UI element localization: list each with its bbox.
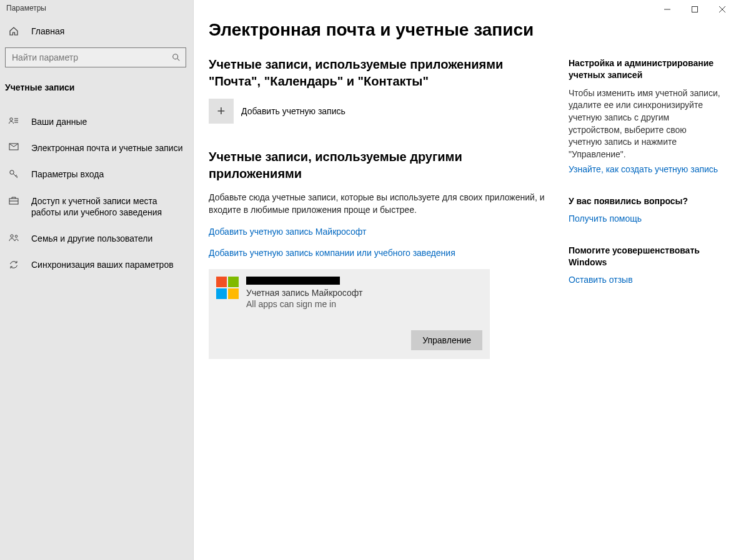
sidebar-item-email-accounts[interactable]: Электронная почта и учетные записи [0, 135, 193, 161]
maximize-button[interactable] [681, 1, 709, 17]
add-account-label: Добавить учетную запись [241, 106, 346, 116]
sidebar: Параметры Главная Учетные записи Ваши да… [0, 0, 194, 560]
person-card-icon [9, 117, 21, 125]
aside-questions-title: У вас появились вопросы? [569, 195, 721, 207]
mail-icon [9, 143, 21, 150]
sidebar-item-label: Доступ к учетной записи места работы или… [31, 195, 184, 218]
sidebar-item-label: Семья и другие пользователи [31, 233, 184, 244]
main-pane: Электронная почта и учетные записи Учетн… [194, 0, 736, 560]
aside-admin-text: Чтобы изменить имя учетной записи, удали… [569, 87, 721, 161]
window-title: Параметры [0, 2, 193, 21]
people-icon [9, 233, 21, 242]
search-box[interactable] [5, 47, 186, 67]
account-card[interactable]: Учетная запись Майкрософт All apps can s… [209, 269, 490, 360]
svg-point-7 [10, 170, 14, 174]
account-name-redacted [246, 277, 340, 285]
section-other-apps-desc: Добавьте сюда учетные записи, которые вы… [209, 191, 559, 217]
aside-feedback-link[interactable]: Оставить отзыв [569, 275, 721, 285]
sidebar-item-work-access[interactable]: Доступ к учетной записи места работы или… [0, 188, 193, 225]
svg-point-0 [173, 54, 178, 59]
nav-home[interactable]: Главная [0, 21, 193, 41]
manage-button[interactable]: Управление [411, 330, 482, 350]
add-ms-account-link[interactable]: Добавить учетную запись Майкрософт [209, 227, 559, 237]
sidebar-item-label: Параметры входа [31, 169, 184, 180]
account-type: Учетная запись Майкрософт [246, 287, 482, 300]
search-input[interactable] [12, 52, 172, 62]
home-icon [9, 26, 21, 36]
sidebar-item-label: Электронная почта и учетные записи [31, 142, 184, 154]
account-status: All apps can sign me in [246, 299, 482, 309]
microsoft-logo-icon [216, 277, 239, 299]
aside-admin-title: Настройка и администрирование учетных за… [569, 57, 721, 81]
sidebar-item-your-info[interactable]: Ваши данные [0, 109, 193, 135]
add-work-account-link[interactable]: Добавить учетную запись компании или уче… [209, 248, 559, 258]
sync-icon [9, 260, 21, 270]
sidebar-section-title: Учетные записи [0, 79, 193, 101]
section-other-apps-title: Учетные записи, используемые другими при… [209, 149, 559, 182]
svg-point-10 [11, 235, 13, 237]
close-button[interactable] [709, 1, 736, 17]
info-sidebar: Настройка и администрирование учетных за… [569, 20, 721, 560]
briefcase-icon [9, 196, 21, 205]
plus-icon: + [209, 99, 234, 124]
search-icon [172, 53, 181, 62]
sidebar-item-label: Ваши данные [31, 116, 184, 127]
nav-home-label: Главная [31, 26, 64, 36]
aside-learn-link[interactable]: Узнайте, как создать учетную запись [569, 164, 721, 174]
svg-line-1 [177, 59, 180, 61]
svg-point-2 [10, 118, 12, 120]
sidebar-item-label: Синхронизация ваших параметров [31, 259, 184, 270]
page-title: Электронная почта и учетные записи [209, 20, 559, 40]
minimize-button[interactable] [654, 1, 681, 17]
section-mail-apps-title: Учетные записи, используемые приложениям… [209, 56, 559, 90]
sidebar-item-sync[interactable]: Синхронизация ваших параметров [0, 252, 193, 278]
svg-rect-13 [692, 7, 698, 12]
window-controls [654, 1, 736, 17]
sidebar-item-signin-options[interactable]: Параметры входа [0, 161, 193, 187]
aside-feedback-title: Помогите усовершенствовать Windows [569, 245, 721, 268]
svg-point-11 [15, 235, 17, 238]
add-account-button[interactable]: + Добавить учетную запись [209, 99, 559, 124]
aside-help-link[interactable]: Получить помощь [569, 214, 721, 224]
sidebar-item-family[interactable]: Семья и другие пользователи [0, 225, 193, 252]
key-icon [9, 169, 21, 179]
